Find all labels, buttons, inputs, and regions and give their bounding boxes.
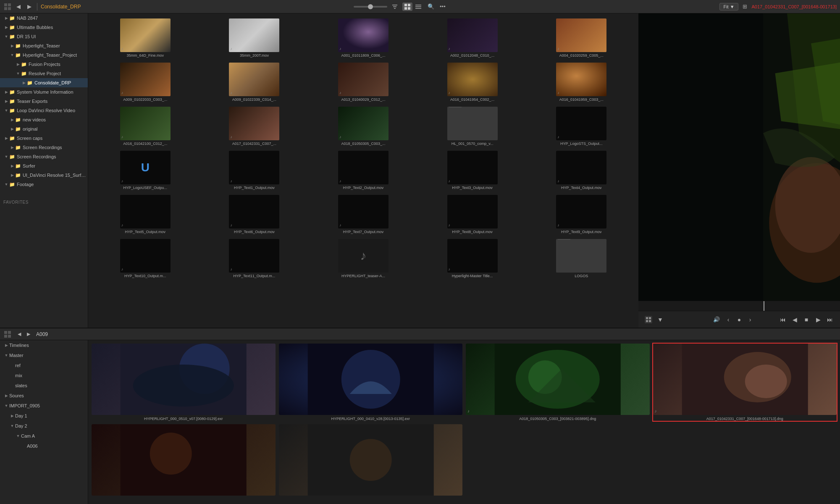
media-item-hl001[interactable]: HL_001_0570_comp_v...: [419, 105, 526, 147]
sidebar-item-nab2847[interactable]: 📁 NAB 2847: [0, 13, 88, 23]
bottom-tree-timelines[interactable]: Timelines: [0, 340, 88, 350]
media-item-hyperlight-master[interactable]: ♪ Hyperlight-Master Title...: [419, 237, 526, 280]
preview-timeline[interactable]: [638, 301, 840, 311]
stop-button[interactable]: ■: [801, 315, 811, 325]
bottom-media-item-hyperlight-510[interactable]: HYPERLIGHT_000_0510_v07.[0080-0129].exr: [92, 344, 276, 421]
preview-panel: ▼ 🔊 ‹ ● › ⏮ ◀ ■ ▶ ⏭: [638, 13, 840, 328]
sidebar-item-consolidate-drp[interactable]: 📁 Consolidate_DRP: [0, 78, 88, 87]
bottom-media-item-a018[interactable]: ♪ A018_01050305_C003_[003821-003895].dng: [466, 344, 650, 421]
list-view-button[interactable]: [413, 3, 423, 11]
sidebar-item-hyperlight-teaser[interactable]: 📁 Hyperlight_Teaser: [0, 41, 88, 50]
sidebar-item-ultimate-bubbles[interactable]: 📁 Ultimatte Bubbles: [0, 23, 88, 32]
sidebar-item-screen-recordings[interactable]: 📁 Screen Recordings: [0, 152, 88, 161]
sidebar-item-teaser-exports[interactable]: 📁 Teaser Exports: [0, 97, 88, 106]
sidebar-item-system-volume[interactable]: 📁 System Volume Information: [0, 87, 88, 97]
media-item-a017[interactable]: ♪ A017_01042331_C007_...: [201, 105, 308, 147]
bottom-tree-slates[interactable]: slates: [0, 381, 88, 391]
media-item-a002[interactable]: ♪ A002_01012048_C010_...: [419, 17, 526, 59]
dropdown-arrow[interactable]: ▼: [655, 315, 665, 325]
more-menu-button[interactable]: •••: [438, 3, 447, 11]
media-item-hyp-text1[interactable]: ♪ HYP_Text1_Output.mov: [201, 149, 308, 192]
bottom-forward-button[interactable]: ▶: [24, 330, 33, 339]
bottom-media-item-a017-selected[interactable]: ♪ A017_01042331_C007_[001648-001713].dng: [653, 344, 837, 421]
bottom-tree-cama[interactable]: Cam A: [0, 431, 88, 441]
prev-frame-icon[interactable]: ‹: [723, 315, 733, 325]
playback-mode-button[interactable]: [643, 315, 654, 325]
bottom-back-button[interactable]: ◀: [15, 330, 24, 339]
media-label: HYP_Text2_Output.mov: [343, 186, 384, 190]
media-item-a004[interactable]: ♪ A004_01020259_C005_...: [528, 17, 635, 59]
media-item-a018[interactable]: ♪ A018_01050305_C003_...: [310, 105, 417, 147]
play-button[interactable]: ▶: [813, 315, 823, 325]
media-item-hyp-text4[interactable]: ♪ HYP_Text4_Output.mov: [528, 149, 635, 192]
toggle-icon[interactable]: ⊞: [741, 3, 749, 11]
media-item-hyp-logoUSEF[interactable]: U ♪ HYP_LogoUSEF_Outpu...: [92, 149, 199, 192]
media-item-a016-59[interactable]: ♪ A016_01041959_C003_...: [528, 61, 635, 103]
media-item-hyp-text11[interactable]: ♪ HYP_Text11_Output.m...: [201, 237, 308, 280]
preview-svg: [638, 13, 840, 301]
sidebar-item-screen-caps[interactable]: 📁 Screen caps: [0, 134, 88, 143]
sidebar-item-hyperlight-teaser-project[interactable]: 📁 Hyperlight_Teaser_Project: [0, 50, 88, 60]
sidebar-item-screen-recordings-sub[interactable]: 📁 Screen Recordings: [0, 143, 88, 152]
media-label: A016_01042100_C012_...: [123, 142, 167, 146]
media-item-a016-100[interactable]: ♪ A016_01042100_C012_...: [92, 105, 199, 147]
bottom-media-item-hyperlight-410[interactable]: HYPERLIGHT_000_0410_v28.[0013-0135].exr: [279, 344, 463, 421]
play-reverse-button[interactable]: ◀: [790, 315, 800, 325]
media-item-hyp-text5[interactable]: ♪ HYP_Text5_Output.mov: [92, 193, 199, 236]
media-item-hyp-text2[interactable]: ♪ HYP_Text2_Output.mov: [310, 149, 417, 192]
media-item-a009-33[interactable]: ♪ A009_01022033_C003_...: [92, 61, 199, 103]
media-item-35mm-200t[interactable]: ♪ 35mm_200T.mov: [201, 17, 308, 59]
grid-view-button[interactable]: [402, 3, 412, 11]
media-item-a013[interactable]: ♪ A013_01040029_C012_...: [310, 61, 417, 103]
bottom-tree-soures[interactable]: Soures: [0, 391, 88, 401]
bottom-tree-import0905[interactable]: IMPORT_0905: [0, 401, 88, 411]
sidebar-item-footage[interactable]: 📁 Footage: [0, 180, 88, 189]
bottom-tree-day1[interactable]: Day 1: [0, 411, 88, 421]
bottom-tree-ref[interactable]: ref: [0, 360, 88, 370]
media-item-a001[interactable]: ♪ A001_01011809_C006_...: [310, 17, 417, 59]
sidebar-item-surfer[interactable]: 📁 Surfer: [0, 161, 88, 171]
media-item-hyp-text3[interactable]: ♪ HYP_Text3_Output.mov: [419, 149, 526, 192]
media-item-35mm-64d[interactable]: ♪ 35mm_64D_Fine.mov: [92, 17, 199, 59]
sidebar-item-new-videos[interactable]: 📁 new videos: [0, 115, 88, 124]
separator: [37, 3, 37, 10]
search-icon[interactable]: 🔍: [427, 3, 435, 11]
bottom-media-item-5[interactable]: [92, 424, 276, 497]
sidebar-item-ui-davinci[interactable]: 📁 UI_DaVinci Resolve 15_Surf_Col...: [0, 171, 88, 180]
bottom-tree-mix[interactable]: mix: [0, 370, 88, 381]
media-item-hyp-text8[interactable]: ♪ HYP_Text8_Output.mov: [419, 193, 526, 236]
next-frame-icon[interactable]: ›: [745, 315, 755, 325]
sidebar-item-fusion-projects[interactable]: 📁 Fusion Projects: [0, 60, 88, 69]
marker-icon[interactable]: ●: [734, 315, 744, 325]
sort-icon[interactable]: [391, 3, 399, 11]
bottom-media-item-6[interactable]: [279, 424, 463, 497]
bottom-tree-day2[interactable]: Day 2: [0, 421, 88, 431]
music-note-icon: ♪: [449, 223, 451, 227]
sidebar-item-original[interactable]: 📁 original: [0, 124, 88, 134]
media-item-logos[interactable]: LOGOS: [528, 237, 635, 280]
media-item-hyp-logoSTS[interactable]: ♪ HYP_LogoSTS_Output...: [528, 105, 635, 147]
jump-end-button[interactable]: ⏭: [825, 315, 835, 325]
chevron-icon: [9, 43, 15, 49]
media-item-a016-54[interactable]: ♪ A016_01041954_C002_...: [419, 61, 526, 103]
media-item-hyp-text7[interactable]: ♪ HYP_Text7_Output.mov: [310, 193, 417, 236]
media-item-hyp-text9[interactable]: ♪ HYP_Text9_Output.mov: [528, 193, 635, 236]
fit-button[interactable]: Fit ▼: [719, 3, 738, 10]
sidebar-item-resolve-project[interactable]: 📁 Resolve Project: [0, 69, 88, 78]
bottom-tree-a006[interactable]: A006: [0, 441, 88, 451]
back-button[interactable]: ◀: [14, 3, 23, 11]
media-item-hyp-text10[interactable]: ♪ HYP_Text10_Output.m...: [92, 237, 199, 280]
jump-start-button[interactable]: ⏮: [778, 315, 788, 325]
media-label: A016_01041954_C002_...: [450, 97, 494, 102]
thumb-svg: [279, 424, 463, 496]
media-item-hyperlight-teaser[interactable]: ♪ HYPERLIGHT_teaser-A...: [310, 237, 417, 280]
volume-icon[interactable]: 🔊: [713, 316, 720, 323]
forward-button[interactable]: ▶: [25, 3, 34, 11]
zoom-slider[interactable]: [354, 6, 387, 8]
music-note-icon: ♪: [230, 223, 232, 227]
sidebar-item-loop-davinci[interactable]: 📁 Loop DaVinci Resolve Video: [0, 106, 88, 115]
media-item-hyp-text6[interactable]: ♪ HYP_Text6_Output.mov: [201, 193, 308, 236]
bottom-tree-master[interactable]: Master: [0, 350, 88, 360]
media-item-a009-39[interactable]: ♪ A009_01022339_C014_...: [201, 61, 308, 103]
sidebar-item-dr15ui[interactable]: 📁 DR 15 UI: [0, 32, 88, 41]
